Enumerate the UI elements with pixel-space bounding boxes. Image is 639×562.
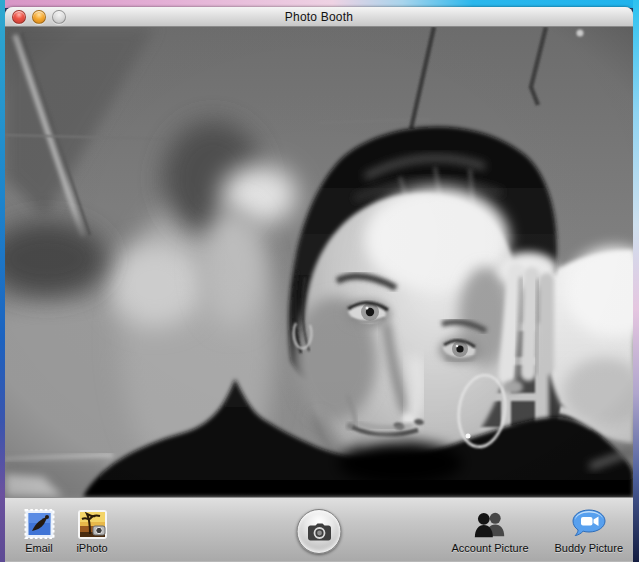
buddy-picture-button[interactable]: Buddy Picture [555,498,623,554]
webcam-photo [5,27,633,497]
window-titlebar[interactable]: Photo Booth [5,7,633,27]
two-people-icon [472,507,508,541]
account-picture-label: Account Picture [451,542,528,554]
desktop: Photo Booth [0,0,639,562]
mail-stamp-icon [21,507,57,541]
desktop-wallpaper-right [633,0,639,562]
account-picture-button[interactable]: Account Picture [451,498,528,554]
take-photo-button[interactable] [297,509,342,554]
chat-bubble-video-icon [571,507,607,541]
toolbar-left-group: Email [21,498,110,554]
desktop-wallpaper-left [0,0,5,562]
iphoto-button[interactable]: iPhoto [74,498,110,554]
bottom-toolbar: Email [5,497,633,561]
camera-icon [307,523,331,541]
email-button[interactable]: Email [21,498,57,554]
email-label: Email [25,542,53,554]
toolbar-right-group: Account Picture Buddy Picture [451,498,623,554]
window-title: Photo Booth [5,10,633,24]
buddy-picture-label: Buddy Picture [555,542,623,554]
iphoto-icon [74,507,110,541]
iphoto-label: iPhoto [76,542,107,554]
photo-booth-window: Photo Booth [5,7,633,562]
camera-preview-image [5,27,633,497]
